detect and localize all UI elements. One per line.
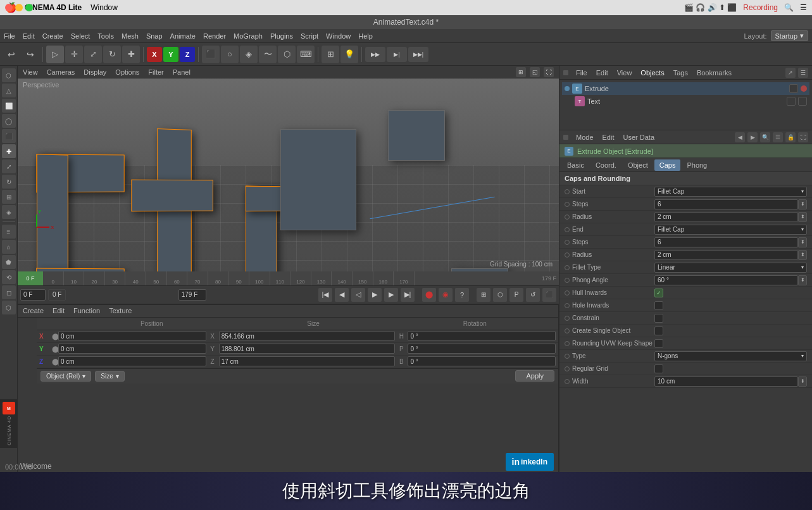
attr-stepper-radius2[interactable]: ⬍ [798, 250, 807, 260]
layout-dropdown[interactable]: Startup▾ [771, 30, 808, 41]
menu-animate[interactable]: Animate [170, 32, 196, 40]
attr-input-radius1[interactable] [654, 212, 798, 222]
select-tool-btn[interactable]: ▷ [46, 46, 64, 63]
obj-tab-file[interactable]: File [572, 69, 591, 77]
attr-input-radius2[interactable] [654, 250, 798, 260]
menu-script[interactable]: Script [301, 32, 318, 40]
attr-tab-mode[interactable]: Mode [572, 134, 597, 141]
deform-tool-btn[interactable]: ⌨ [297, 46, 315, 63]
attr-tab-userdata[interactable]: User Data [620, 134, 659, 141]
go-end-btn[interactable]: ▶| [401, 288, 415, 302]
cone-tool-btn[interactable]: ◈ [240, 46, 258, 63]
attr-checkbox-rounding-uvw[interactable] [654, 339, 663, 348]
move-tool-btn[interactable]: ✛ [65, 46, 83, 63]
y-axis-btn[interactable]: Y [163, 47, 178, 62]
left-tool-2[interactable]: △ [2, 84, 16, 97]
tab-function[interactable]: Function [73, 307, 100, 314]
obj-check-3[interactable] [798, 97, 807, 106]
x-axis-btn[interactable]: X [147, 47, 162, 62]
left-tool-1[interactable]: ⬡ [2, 68, 16, 82]
attr-tab-edit[interactable]: Edit [599, 134, 618, 141]
viewport-icon-1[interactable]: ⊞ [516, 67, 526, 77]
attr-icon-2[interactable]: ☰ [773, 132, 783, 142]
attr-checkbox-create-single[interactable] [654, 327, 663, 335]
menu-mograph[interactable]: MoGraph [234, 32, 263, 40]
motion-path-btn[interactable]: ⬡ [493, 288, 507, 302]
obj-panel-icon-2[interactable]: ☰ [798, 68, 808, 78]
attr-dropdown-start[interactable]: Fillet Cap▾ [654, 187, 807, 197]
tab-create[interactable]: Create [23, 307, 44, 314]
search-icon[interactable]: 🔍 [784, 3, 794, 12]
obj-tab-bookmarks[interactable]: Bookmarks [693, 69, 735, 77]
attr-nav-prev[interactable]: ◀ [735, 132, 745, 142]
render-btn[interactable]: ▶| [387, 47, 407, 62]
attr-stepper-radius1[interactable]: ⬍ [798, 212, 807, 222]
attr-input-steps2[interactable] [654, 237, 798, 247]
key-mode-btn[interactable]: P [509, 288, 523, 302]
pos-x-input[interactable] [58, 331, 206, 341]
menu-icon[interactable]: ☰ [800, 3, 807, 12]
menu-select[interactable]: Select [71, 32, 91, 40]
z-axis-btn[interactable]: Z [180, 47, 195, 62]
viewport-menu-filter[interactable]: Filter [148, 68, 163, 76]
close-button[interactable] [5, 4, 13, 11]
left-tool-4[interactable]: ◯ [2, 114, 16, 128]
coord-mode-dropdown[interactable]: Object (Rel)▾ [41, 371, 91, 382]
redo-btn[interactable]: ↪ [22, 46, 39, 63]
menu-plugins[interactable]: Plugins [270, 32, 293, 40]
attr-checkbox-hole-inwards[interactable] [654, 301, 663, 310]
minimize-button[interactable] [15, 4, 23, 11]
attr-input-width[interactable] [654, 376, 798, 387]
left-tool-6[interactable]: ✚ [2, 144, 16, 158]
obj-tab-tags[interactable]: Tags [670, 69, 692, 77]
attr-main-tab-object[interactable]: Object [623, 159, 653, 171]
menu-file[interactable]: File [4, 32, 15, 40]
menu-edit[interactable]: Edit [23, 32, 35, 40]
attr-stepper-phong[interactable]: ⬍ [798, 275, 807, 285]
viewport-menu-view[interactable]: View [23, 68, 38, 76]
left-tool-12[interactable]: ⌂ [2, 240, 16, 254]
size-x-input[interactable] [219, 331, 396, 341]
attr-stepper-steps1[interactable]: ⬍ [798, 199, 807, 209]
spline-tool-btn[interactable]: 〜 [259, 46, 277, 63]
loop-btn[interactable]: ↺ [526, 288, 540, 302]
sphere-tool-btn[interactable]: ○ [221, 46, 239, 63]
left-tool-14[interactable]: ⟲ [2, 270, 16, 284]
obj-check-2[interactable] [787, 97, 796, 106]
attr-main-tab-basic[interactable]: Basic [562, 159, 589, 171]
attr-icon-3[interactable]: 🔒 [785, 132, 796, 142]
nurbs-tool-btn[interactable]: ⬡ [278, 46, 296, 63]
viewport-menu-cameras[interactable]: Cameras [47, 68, 75, 76]
attr-checkbox-hull-inwards[interactable]: ✓ [654, 289, 663, 297]
left-tool-9[interactable]: ⊞ [2, 190, 16, 204]
attr-dropdown-end[interactable]: Fillet Cap▾ [654, 225, 807, 235]
viewport[interactable]: View Cameras Display Options Filter Pane… [18, 66, 559, 271]
create-tool-btn[interactable]: ✚ [122, 46, 140, 63]
obj-tab-objects[interactable]: Objects [637, 69, 668, 77]
viewport-menu-options[interactable]: Options [115, 68, 139, 76]
viewport-menu-display[interactable]: Display [84, 68, 106, 76]
pos-y-input[interactable] [58, 344, 206, 354]
menu-help[interactable]: Help [358, 32, 373, 40]
current-frame-input[interactable] [20, 289, 46, 301]
rot-h-input[interactable] [408, 331, 556, 341]
attr-main-tab-coord[interactable]: Coord. [590, 159, 621, 171]
cube-tool-btn[interactable]: ⬛ [202, 46, 220, 63]
sound-btn[interactable]: ⬛ [542, 288, 556, 302]
undo-btn[interactable]: ↩ [3, 46, 20, 63]
tab-texture[interactable]: Texture [109, 307, 132, 314]
play-btn[interactable]: ▶ [368, 288, 382, 302]
next-frame-btn[interactable]: ▶ [384, 288, 398, 302]
menu-tools[interactable]: Tools [97, 32, 114, 40]
viewport-3d[interactable]: Perspective [18, 78, 559, 271]
prev-frame-btn[interactable]: ◀ [335, 288, 349, 302]
render-region-btn[interactable]: ▶▶ [365, 47, 385, 62]
attr-checkbox-regular-grid[interactable] [654, 364, 663, 373]
obj-row-text[interactable]: T Text [562, 95, 809, 108]
size-y-input[interactable] [219, 344, 396, 354]
menu-window[interactable]: Window [326, 32, 351, 40]
attr-dropdown-fillet-type[interactable]: Linear▾ [654, 263, 807, 273]
pos-z-input[interactable] [58, 356, 206, 366]
anim-mode-btn[interactable]: ⊞ [477, 288, 490, 302]
left-tool-8[interactable]: ↻ [2, 175, 16, 189]
